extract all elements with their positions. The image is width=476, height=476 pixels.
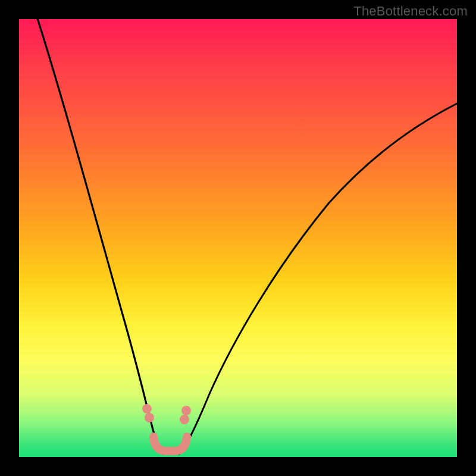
marker-dot bbox=[181, 406, 191, 415]
attribution-text: TheBottleneck.com bbox=[353, 4, 468, 19]
right-curve bbox=[178, 102, 459, 455]
marker-dot bbox=[145, 413, 154, 422]
marker-dot bbox=[180, 415, 189, 424]
chart-frame: TheBottleneck.com bbox=[0, 0, 476, 476]
left-curve bbox=[36, 13, 164, 455]
marker-dot bbox=[142, 404, 152, 414]
curve-layer bbox=[19, 19, 457, 457]
marker-bridge bbox=[154, 437, 187, 451]
plot-area bbox=[19, 19, 457, 457]
